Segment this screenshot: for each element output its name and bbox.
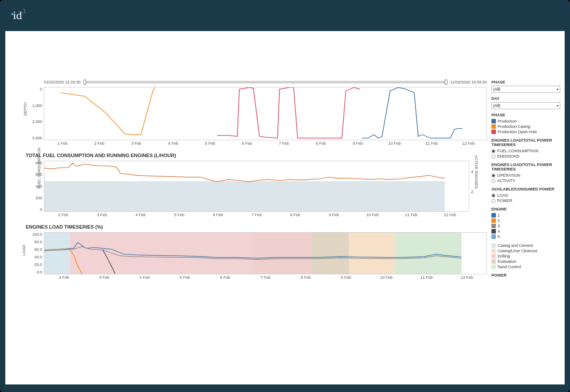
radio-icon bbox=[491, 179, 495, 183]
engines-power-label-1: ENGINES LOAD/TOTAL POWER TIMESERIES bbox=[491, 138, 560, 147]
legend-item[interactable]: Production Casing bbox=[491, 124, 560, 129]
depth-chart-canvas[interactable] bbox=[44, 87, 487, 140]
depth-y-axis: DEPTH 0 1,000 2,000 3,000 bbox=[24, 87, 44, 140]
slider-handle-left[interactable] bbox=[83, 79, 86, 85]
radio-option[interactable]: LOAD bbox=[491, 193, 560, 198]
logo-superscript: 3 bbox=[22, 8, 25, 15]
fuel-chart-canvas[interactable] bbox=[44, 161, 469, 212]
depth-chart-block: DEPTH 0 1,000 2,000 3,000 1 Feb2 Feb3 Fe… bbox=[24, 87, 487, 146]
depth-x-axis: 1 Feb2 Feb3 Feb4 Feb5 Feb6 Feb7 Feb8 Feb… bbox=[24, 140, 487, 146]
phase-legend-label: PHASE bbox=[491, 113, 560, 117]
engines-power-section-1: ENGINES LOAD/TOTAL POWER TIMESERIES FUEL… bbox=[491, 138, 560, 159]
legend-item[interactable]: Drilling bbox=[491, 253, 560, 259]
legend-item[interactable]: 5 bbox=[491, 234, 560, 239]
header: ● id 3 bbox=[0, 0, 570, 31]
legend-swatch-icon bbox=[491, 124, 496, 129]
legend-item[interactable]: Evaluation bbox=[491, 259, 560, 264]
legend-swatch-icon bbox=[491, 119, 496, 123]
day-filter-dropdown[interactable]: (All) bbox=[491, 102, 560, 109]
radio-icon bbox=[491, 154, 495, 158]
legend-swatch-icon bbox=[491, 218, 496, 223]
phase-legend-section: PHASE ProductionProduction CasingProduct… bbox=[491, 113, 560, 135]
legend-swatch-icon bbox=[491, 234, 496, 239]
svg-rect-0 bbox=[44, 181, 445, 211]
legend-swatch-icon bbox=[491, 213, 496, 218]
radio-option[interactable]: ACTIVITY bbox=[491, 178, 560, 183]
fuel-y-label-right: ACTIVE ENGINES bbox=[474, 155, 479, 189]
load-y-label: LOAD bbox=[22, 245, 26, 256]
engines-power-section-2: ENGINES LOAD/TOTAL POWER TIMESERIES OPER… bbox=[491, 162, 560, 183]
legend-swatch-icon bbox=[491, 229, 496, 234]
radio-option[interactable]: POWER bbox=[491, 198, 560, 203]
radio-icon bbox=[491, 194, 495, 198]
slider-end-label: 11/02/2020 16:59:30 bbox=[450, 80, 487, 84]
legend-item[interactable]: Sand Control bbox=[491, 264, 560, 269]
legend-item[interactable]: 3 bbox=[491, 223, 560, 229]
content: 01/02/2020 12:29:30 11/02/2020 16:59:30 … bbox=[5, 31, 565, 384]
depth-y-label: DEPTH bbox=[23, 102, 28, 116]
legend-item[interactable]: 2 bbox=[491, 218, 560, 223]
slider-track[interactable] bbox=[83, 81, 448, 83]
load-chart-title: ENGINES LOAD TIMESERIES (%) bbox=[26, 224, 487, 230]
legend-item[interactable]: Production Open Hole bbox=[491, 129, 560, 135]
load-chart-block: ENGINES LOAD TIMESERIES (%) LOAD 100.0 8… bbox=[24, 224, 487, 280]
legend-item[interactable]: Casing/Liner Cleanout bbox=[491, 248, 560, 253]
phase-filter-dropdown[interactable]: (All) bbox=[491, 86, 560, 93]
avail-power-label: AVAILABLE/CONSUMED POWER bbox=[491, 187, 560, 191]
slider-handle-right[interactable] bbox=[445, 79, 447, 85]
radio-icon bbox=[491, 149, 495, 153]
radio-icon bbox=[491, 174, 495, 178]
svg-rect-3 bbox=[253, 233, 312, 274]
app-frame: ● id 3 01/02/2020 12:29:30 11/02/2020 16… bbox=[0, 0, 570, 392]
engine-legend-section: ENGINE 12345 bbox=[491, 207, 560, 239]
power-label: POWER bbox=[491, 273, 560, 277]
phase-filter-label: PHASE bbox=[491, 80, 560, 84]
fuel-y-label-left: FUEL CONSUMPTION bbox=[37, 147, 41, 189]
legend-item[interactable]: Casing and Cement bbox=[491, 243, 560, 248]
legend-item[interactable]: 1 bbox=[491, 213, 560, 218]
engine-legend-label: ENGINE bbox=[491, 207, 560, 211]
day-filter-section: DAY (All) bbox=[491, 96, 560, 109]
engines-power-label-2: ENGINES LOAD/TOTAL POWER TIMESERIES bbox=[491, 162, 560, 171]
activity-legend-section: Casing and CementCasing/Liner CleanoutDr… bbox=[491, 243, 560, 269]
filter-sidebar: PHASE (All) DAY (All) PHASE ProductionPr… bbox=[491, 80, 560, 380]
phase-filter-section: PHASE (All) bbox=[491, 80, 560, 93]
radio-icon bbox=[491, 199, 495, 203]
fuel-y-axis-right: ACTIVE ENGINES 4 2 bbox=[469, 161, 487, 212]
charts-area: 01/02/2020 12:29:30 11/02/2020 16:59:30 … bbox=[24, 80, 491, 380]
radio-option[interactable]: FUEL CONSUMPTION bbox=[491, 148, 560, 154]
avail-power-section: AVAILABLE/CONSUMED POWER LOADPOWER bbox=[491, 187, 560, 203]
fuel-chart-block: TOTAL FUEL CONSUMPTION AND RUNNING ENGIN… bbox=[24, 153, 487, 217]
legend-item[interactable]: Production bbox=[491, 119, 560, 124]
legend-swatch-icon bbox=[491, 249, 496, 253]
legend-item[interactable]: 4 bbox=[491, 229, 560, 234]
legend-swatch-icon bbox=[491, 224, 496, 228]
fuel-x-axis: 2 Feb3 Feb4 Feb5 Feb6 Feb7 Feb8 Feb9 Feb… bbox=[24, 212, 487, 217]
fuel-chart-title: TOTAL FUEL CONSUMPTION AND RUNNING ENGIN… bbox=[26, 153, 487, 158]
fuel-y-axis-left: FUEL CONSUMPTION 800 600 400 200 0 bbox=[24, 161, 44, 212]
load-x-axis: 2 Feb3 Feb4 Feb5 Feb6 Feb7 Feb8 Feb9 Feb… bbox=[24, 274, 487, 280]
legend-swatch-icon bbox=[491, 259, 496, 264]
time-range-slider[interactable]: 01/02/2020 12:29:30 11/02/2020 16:59:30 bbox=[24, 80, 487, 84]
power-section: POWER bbox=[491, 273, 560, 277]
load-y-axis: LOAD 100.0 80.0 60.0 40.0 20.0 0.0 bbox=[24, 232, 44, 274]
legend-swatch-icon bbox=[491, 254, 496, 258]
radio-option[interactable]: EMISSIONS bbox=[491, 154, 560, 159]
svg-rect-1 bbox=[44, 233, 69, 274]
load-chart-canvas[interactable] bbox=[44, 232, 487, 274]
legend-swatch-icon bbox=[491, 130, 496, 134]
svg-rect-5 bbox=[349, 233, 395, 274]
svg-rect-6 bbox=[395, 233, 461, 274]
brand-logo: ● id 3 bbox=[11, 9, 25, 22]
svg-rect-4 bbox=[311, 233, 349, 274]
day-filter-label: DAY bbox=[491, 96, 560, 101]
svg-rect-2 bbox=[69, 233, 253, 274]
legend-swatch-icon bbox=[491, 243, 496, 248]
slider-start-label: 01/02/2020 12:29:30 bbox=[44, 80, 81, 84]
radio-option[interactable]: OPERATION bbox=[491, 173, 560, 178]
legend-swatch-icon bbox=[491, 265, 496, 269]
